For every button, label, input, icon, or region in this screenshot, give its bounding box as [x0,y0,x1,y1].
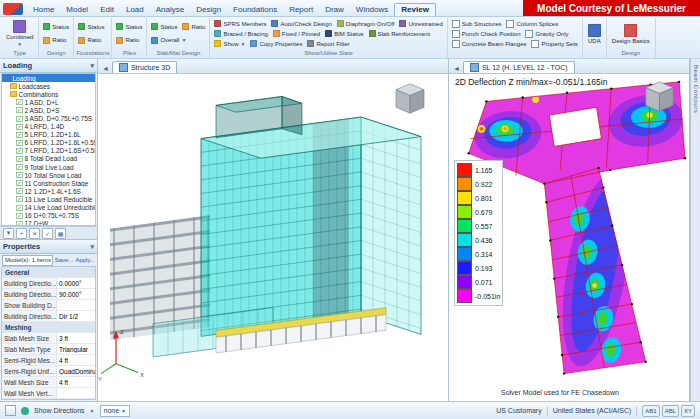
tree-item-5-lrfd-1-2d-1-6l[interactable]: ✓5 LRFD, 1.2D+1.6L [2,131,95,139]
tree-item-4-lrfd-1-4d[interactable]: ✓4 LRFD, 1.4D [2,123,95,131]
filter-icon[interactable]: ▼ [3,228,14,239]
property-section-meshing[interactable]: Meshing [2,322,95,333]
property-value[interactable]: 3 ft [57,335,95,342]
concrete-beam-flanges-button[interactable]: Concrete Beam Flanges [450,39,529,48]
property-value[interactable]: 4 ft [57,379,95,386]
unrestrained-button[interactable]: Unrestrained [397,19,444,28]
ribbon-tab-analyse[interactable]: Analyse [150,4,190,16]
property-value[interactable]: 0.0000° [57,280,95,287]
tree-item-10-total-snow-load[interactable]: ✓10 Total Snow Load [2,171,95,179]
ribbon-group-caption [585,49,604,58]
add-icon[interactable]: + [16,228,27,239]
button-label: Sub Structures [462,21,502,27]
ratio-button[interactable]: Ratio [76,36,103,45]
status-button[interactable]: Status [114,22,144,31]
pin-icon[interactable]: ▾ [90,243,94,251]
ratio-button[interactable]: Ratio [114,36,141,45]
auto-check-design-button[interactable]: Auto/Check Design [269,19,333,28]
gravity-only-button[interactable]: Gravity Only [523,29,570,38]
grid-icon[interactable]: ▦ [55,228,66,239]
ribbon-tab-report[interactable]: Report [283,4,319,16]
model-selector[interactable]: Model(s): 1 items▼ [2,255,53,266]
show-button[interactable]: Show▼ [212,39,247,48]
column-splices-button[interactable]: Column Splices [504,19,560,28]
ribbon-tab-edit[interactable]: Edit [94,4,120,16]
tab-scroll-left-icon[interactable]: ◄ [452,65,461,73]
ribbon-tab-foundations[interactable]: Foundations [227,4,283,16]
property-value[interactable]: Triangular [57,346,95,353]
grid-toggle-icon[interactable] [5,405,16,416]
braced-bracing-button[interactable]: Braced / Bracing [212,29,269,38]
design-basics-button[interactable]: Design Basics [609,23,653,45]
tree-item-16-d-0-75l-0-75s[interactable]: ✓16 D+0.75L+0.75S [2,212,95,220]
property-label: Wall Mesh Size [2,377,57,387]
status-button[interactable]: Status [149,22,179,31]
status-badge-xy[interactable]: XY [681,405,695,417]
punch-check-position-button[interactable]: Punch Check Position [450,29,523,38]
show-directions-label[interactable]: Show Directions [34,407,85,414]
status-badge-ab1[interactable]: AB1 [642,405,659,417]
pin-icon[interactable]: ▾ [90,62,94,70]
units-label[interactable]: US Customary [496,407,542,414]
uda-button[interactable]: UDA [585,23,604,45]
tree-item-2-asd-d-s[interactable]: ✓2 ASD, D+S [2,106,95,114]
ribbon-tab-model[interactable]: Model [60,4,94,16]
tree-item-loading[interactable]: Loading [2,74,95,82]
diaphragm-on-off-button[interactable]: Diaphragm On/Off [335,19,397,28]
sub-structures-button[interactable]: Sub Structures [450,19,504,28]
tree-item-1-asd-d-l[interactable]: ✓1 ASD, D+L [2,98,95,106]
overall-button[interactable]: Overall▼ [149,36,188,45]
tree-item-3-asd-d-0-75l-0-75s[interactable]: ✓3 ASD, D+0.75L+0.75S [2,114,95,122]
tree-item-loadcases[interactable]: Loadcases [2,82,95,90]
tab-slab-level-12[interactable]: SL 12 (H. LEVEL 12 - TOC) [463,61,575,73]
fe-results-canvas[interactable]: 2D Deflection Z min/max=-0.051/1.165in 1… [449,74,689,401]
tree-item-12-1-2d-1-4l-1-6s[interactable]: ✓12 1.2D+1.4L+1.6S [2,187,95,195]
copy-properties-button[interactable]: Copy Properties [248,39,304,48]
ratio-button[interactable]: Ratio [41,36,68,45]
delete-icon[interactable]: ✕ [29,228,40,239]
property-value[interactable]: QuadDominant [57,368,95,375]
tree-item-combinations[interactable]: Combinations [2,90,95,98]
view-cube[interactable] [396,84,424,113]
save-link[interactable]: Save... [55,257,74,263]
property-value[interactable]: 90.000° [57,291,95,298]
collapsed-side-panel[interactable]: Beam Contours [690,59,700,401]
status-button[interactable]: Status [41,22,71,31]
ribbon-tab-load[interactable]: Load [120,4,150,16]
property-value[interactable]: Dir 1/2 [57,313,95,320]
slab-reinforcement-button[interactable]: Slab Reinforcement [367,29,433,38]
ribbon-tab-home[interactable]: Home [27,4,60,16]
tree-item-13-live-load-reducible[interactable]: ✓13 Live Load Reducible [2,195,95,203]
view-cube[interactable] [646,82,674,111]
ribbon-tab-design[interactable]: Design [190,4,227,16]
tree-item-6-lrfd-1-2d-1-6l-0-5s[interactable]: ✓6 LRFD, 1.2D+1.6L+0.5S [2,139,95,147]
bim-status-button[interactable]: BIM Status [323,29,365,38]
tree-item-11-construction-stage[interactable]: ✓11 Construction Stage [2,179,95,187]
tree-item-7-lrfd-1-2d-1-6s-0-5l[interactable]: ✓7 LRFD, 1.2D+1.6S+0.5L [2,147,95,155]
structure-3d-model[interactable]: Z X Y [98,74,448,401]
ribbon-tab-draw[interactable]: Draw [319,4,350,16]
apply-link[interactable]: Apply... [75,257,95,263]
tree-item-8-total-dead-load[interactable]: ✓8 Total Dead Load [2,155,95,163]
ribbon-tab-review[interactable]: Review [394,3,436,16]
status-button[interactable]: Status [76,22,106,31]
report-filter-button[interactable]: Report Filter [305,39,351,48]
property-value[interactable]: 4 ft [57,357,95,364]
sprs-members-button[interactable]: SPRS Members [212,19,268,28]
ratio-button[interactable]: Ratio [180,22,207,31]
design-code-label[interactable]: United States (ACI/AISC) [553,407,632,414]
property-sets-button[interactable]: Property Sets [529,39,579,48]
structure-3d-canvas[interactable]: Z X Y [98,74,448,401]
property-section-general[interactable]: General [2,267,95,278]
status-badge-abl[interactable]: ABL [662,405,679,417]
direction-dropdown[interactable]: none ▼ [100,405,131,417]
tab-scroll-left-icon[interactable]: ◄ [101,65,110,73]
ribbon-tab-windows[interactable]: Windows [350,4,394,16]
tree-item-9-total-live-load[interactable]: ✓9 Total Live Load [2,163,95,171]
check-icon[interactable]: ✓ [42,228,53,239]
tree-item-14-live-load-unreducible[interactable]: ✓14 Live Load Unreducible [2,204,95,212]
tab-structure-3d[interactable]: Structure 3D [112,61,177,73]
combined-button[interactable]: Combined▼ [3,19,36,48]
fixed-pinned-button[interactable]: Fixed / Pinned [271,29,322,38]
app-logo-icon[interactable] [3,3,23,15]
